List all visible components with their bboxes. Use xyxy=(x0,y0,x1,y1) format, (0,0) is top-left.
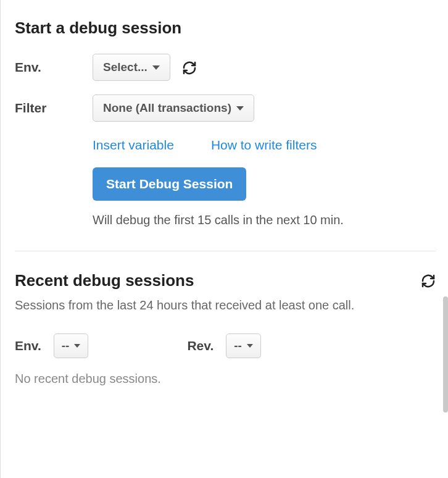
caret-down-icon xyxy=(247,344,253,348)
caret-down-icon xyxy=(74,344,80,348)
start-debug-session-button[interactable]: Start Debug Session xyxy=(93,167,246,201)
filter-select-text: None (All transactions) xyxy=(103,101,231,115)
refresh-icon[interactable] xyxy=(421,274,436,288)
caret-down-icon xyxy=(152,65,160,70)
how-to-write-filters-link[interactable]: How to write filters xyxy=(211,138,317,153)
env-select-dropdown[interactable]: Select... xyxy=(93,54,170,81)
recent-env-label: Env. xyxy=(15,338,41,353)
recent-rev-dropdown[interactable]: -- xyxy=(226,333,261,358)
env-label: Env. xyxy=(15,54,93,75)
filter-label: Filter xyxy=(15,94,93,115)
recent-env-dropdown[interactable]: -- xyxy=(54,333,89,358)
insert-variable-link[interactable]: Insert variable xyxy=(93,138,174,153)
recent-sessions-subtext: Sessions from the last 24 hours that rec… xyxy=(15,295,436,315)
no-recent-sessions-text: No recent debug sessions. xyxy=(15,372,436,386)
divider xyxy=(15,251,436,251)
recent-sessions-heading: Recent debug sessions xyxy=(15,271,194,290)
start-session-heading: Start a debug session xyxy=(15,19,436,38)
recent-rev-label: Rev. xyxy=(187,338,214,353)
env-select-text: Select... xyxy=(103,61,147,74)
debug-note: Will debug the first 15 calls in the nex… xyxy=(93,213,436,227)
left-border xyxy=(0,0,1,478)
scrollbar[interactable] xyxy=(443,296,448,413)
caret-down-icon xyxy=(236,106,244,111)
refresh-icon[interactable] xyxy=(182,61,197,75)
filter-select-dropdown[interactable]: None (All transactions) xyxy=(93,94,254,122)
recent-env-value: -- xyxy=(62,339,70,353)
recent-rev-value: -- xyxy=(234,339,242,353)
